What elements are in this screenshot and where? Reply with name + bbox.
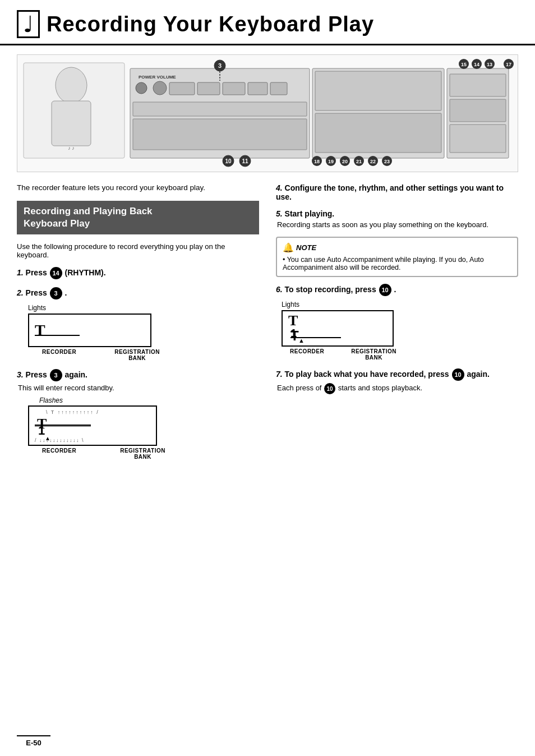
step-2-title: 2. Press 3 .	[17, 287, 259, 299]
step-7: 7. To play back what you have recorded, …	[276, 368, 518, 394]
right-column: 4. Configure the tone, rhythm, and other…	[276, 183, 518, 468]
step-3: 3. Press 3 again. This will enter record…	[17, 369, 259, 460]
svg-text:♪ ♪: ♪ ♪	[68, 145, 75, 151]
recorder-label-step3: RECORDER	[42, 448, 76, 460]
lcd-box-step6: T T 1 ▲	[282, 310, 394, 347]
keyboard-diagram: ♪ ♪ POWER VOLUME 3 10 11 18 19	[17, 54, 518, 172]
music-icon: ♩	[17, 10, 40, 38]
lcd-step2: Lights T RECORDER REGISTRATION BANK	[28, 304, 259, 361]
keyboard-svg: ♪ ♪ POWER VOLUME 3 10 11 18 19	[21, 57, 514, 169]
step-2: 2. Press 3 . Lights T RECORDER REGISTRAT…	[17, 287, 259, 361]
note-text: • You can use Auto Accompaniment while p…	[283, 256, 511, 271]
circle-3-step2: 3	[50, 287, 62, 299]
step-5: 5. Start playing. Recording starts as so…	[276, 209, 518, 229]
note-box-header: 🔔 NOTE	[283, 242, 511, 253]
circle-10-step7: 10	[452, 368, 464, 381]
lcd-box-step3: \ T ↑↑↑↑↑↑↑↑↑↑ / T 1 ▲ / ↓↓↓↓↓↓↓↓↓↓↓↓ \	[28, 405, 157, 446]
step-1: 1. Press 14 (RHYTHM).	[17, 267, 259, 279]
svg-text:10: 10	[225, 158, 232, 164]
content-columns: The recorder feature lets you record you…	[0, 183, 535, 468]
bank-label-step3: REGISTRATION BANK	[120, 448, 165, 460]
lcd-step2-label: Lights	[28, 304, 259, 312]
svg-rect-8	[169, 82, 195, 95]
page-title: Recording Your Keyboard Play	[47, 12, 374, 36]
section-heading: Recording and Playing Back Keyboard Play	[17, 201, 259, 234]
step-6-title: 6. To stop recording, press 10 .	[276, 284, 518, 296]
svg-text:13: 13	[487, 62, 492, 67]
svg-text:14: 14	[474, 62, 479, 67]
left-column: The recorder feature lets you record you…	[17, 183, 259, 468]
circle-3-step3: 3	[50, 369, 62, 381]
svg-text:21: 21	[356, 159, 362, 164]
svg-rect-13	[133, 102, 307, 116]
recorder-label-step6: RECORDER	[290, 348, 324, 361]
circle-14: 14	[50, 267, 62, 279]
step-5-desc: Recording starts as soon as you play som…	[276, 220, 518, 229]
circle-10-step7-desc: 10	[324, 383, 335, 394]
svg-text:3: 3	[218, 62, 222, 69]
step-3-desc: This will enter record standby.	[17, 384, 259, 392]
svg-rect-38	[450, 74, 506, 96]
svg-text:18: 18	[314, 159, 320, 164]
lcd-bottom-labels-step3: RECORDER REGISTRATION BANK	[39, 448, 168, 460]
step-4: 4. Configure the tone, rhythm, and other…	[276, 183, 518, 201]
lcd-step6-label: Lights	[282, 301, 518, 308]
note-icon: 🔔	[283, 242, 294, 253]
svg-rect-39	[450, 99, 506, 122]
page-header: ♩ Recording Your Keyboard Play	[0, 0, 535, 45]
intro-text: The recorder feature lets you record you…	[17, 183, 259, 192]
recorder-label-step2: RECORDER	[42, 349, 76, 361]
circle-10-step6: 10	[379, 284, 391, 296]
note-box: 🔔 NOTE • You can use Auto Accompaniment …	[276, 237, 518, 277]
lcd-step6-t: T	[288, 314, 298, 328]
svg-text:15: 15	[461, 62, 467, 67]
lcd-bottom-labels-step6: RECORDER REGISTRATION BANK	[287, 348, 399, 361]
step-3-title: 3. Press 3 again.	[17, 369, 259, 381]
lcd-step3-label: Flashes	[39, 397, 259, 404]
svg-point-7	[153, 81, 167, 95]
lcd-bottom-labels-step2: RECORDER REGISTRATION BANK	[39, 349, 163, 361]
lcd-box-step2: T	[28, 314, 151, 347]
step-6: 6. To stop recording, press 10 . Lights …	[276, 284, 518, 361]
section-desc: Use the following procedure to record ev…	[17, 242, 259, 259]
svg-text:23: 23	[384, 159, 390, 164]
lcd-line	[35, 335, 80, 336]
svg-text:11: 11	[242, 158, 248, 164]
lcd-step3: Flashes \ T ↑↑↑↑↑↑↑↑↑↑ / T 1 ▲ / ↓↓↓↓↓↓↓…	[28, 397, 259, 460]
note-title: NOTE	[296, 243, 316, 252]
svg-point-6	[136, 82, 147, 94]
step-4-title: 4. Configure the tone, rhythm, and other…	[276, 183, 518, 201]
svg-rect-14	[133, 119, 307, 150]
bank-label-step6: REGISTRATION BANK	[351, 348, 396, 361]
step-1-title: 1. Press 14 (RHYTHM).	[17, 267, 259, 279]
svg-text:22: 22	[370, 159, 376, 164]
svg-rect-9	[197, 82, 220, 95]
svg-rect-10	[223, 82, 245, 95]
page-footer: E-50	[17, 735, 50, 747]
step-5-title: 5. Start playing.	[276, 209, 518, 218]
lcd-step6: Lights T T 1 ▲ RECORDER REGISTRATION BAN…	[282, 301, 518, 361]
step-7-desc: Each press of 10 starts and stops playba…	[276, 383, 518, 394]
lcd-step6-1: 1	[290, 327, 297, 340]
svg-rect-2	[52, 101, 91, 146]
svg-text:17: 17	[506, 62, 511, 67]
bank-label-step2: REGISTRATION BANK	[114, 349, 160, 361]
svg-text:19: 19	[328, 159, 334, 164]
svg-rect-23	[315, 71, 441, 110]
svg-rect-11	[248, 82, 268, 95]
svg-rect-12	[270, 82, 287, 95]
svg-rect-40	[450, 125, 506, 153]
step-7-title: 7. To play back what you have recorded, …	[276, 368, 518, 381]
page-number: E-50	[26, 739, 41, 747]
svg-text:20: 20	[342, 159, 348, 164]
svg-point-1	[56, 67, 87, 103]
svg-rect-24	[315, 113, 441, 153]
svg-text:POWER    VOLUME: POWER VOLUME	[139, 75, 176, 80]
